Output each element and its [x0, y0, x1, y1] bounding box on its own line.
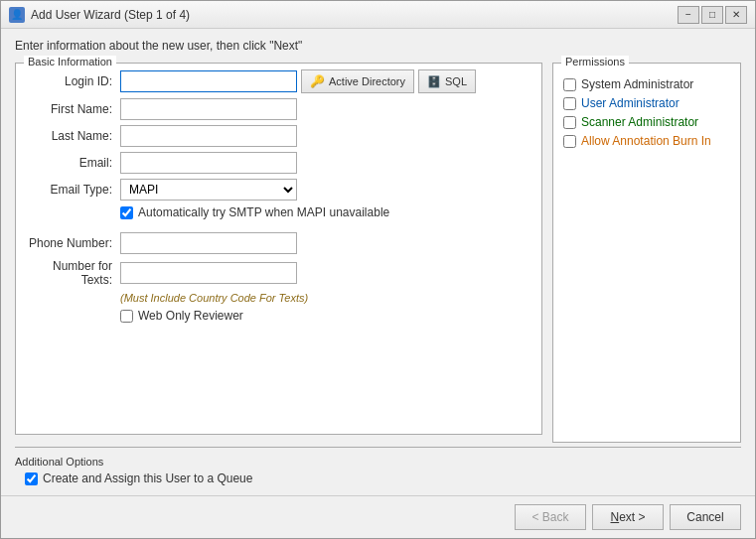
active-directory-label: Active Directory	[329, 75, 405, 87]
login-id-input[interactable]	[120, 70, 297, 92]
perm-annotation-checkbox[interactable]	[563, 135, 576, 148]
perm-annotation-row: Allow Annotation Burn In	[563, 134, 730, 148]
texts-row: Number for Texts:	[26, 259, 531, 287]
perm-system-row: System Administrator	[563, 77, 730, 91]
login-id-row: Login ID: 🔑 Active Directory 🗄️ SQL	[26, 69, 531, 93]
additional-options-label: Additional Options	[15, 456, 741, 468]
email-type-label: Email Type:	[26, 183, 120, 197]
auto-smtp-label: Automatically try SMTP when MAPI unavail…	[138, 205, 389, 219]
additional-options-section: Additional Options Create and Assign thi…	[15, 447, 741, 485]
perm-system-checkbox[interactable]	[563, 78, 576, 91]
email-input[interactable]	[120, 152, 297, 174]
email-type-select[interactable]: MAPI SMTP	[120, 179, 297, 201]
web-only-label: Web Only Reviewer	[138, 309, 243, 323]
texts-label: Number for Texts:	[26, 259, 120, 287]
window-controls: − □ ✕	[678, 6, 747, 24]
create-queue-row: Create and Assign this User to a Queue	[25, 472, 741, 485]
basic-info-label: Basic Information	[24, 56, 116, 67]
login-id-controls: 🔑 Active Directory 🗄️ SQL	[120, 69, 476, 93]
phone-label: Phone Number:	[26, 236, 120, 250]
create-queue-label: Create and Assign this User to a Queue	[43, 472, 252, 485]
basic-info-group: Basic Information Login ID: 🔑 Active Dir…	[15, 63, 542, 435]
main-window: 👤 Add User Wizard (Step 1 of 4) − □ ✕ En…	[0, 0, 756, 539]
perm-scanner-row: Scanner Administrator	[563, 115, 730, 129]
auto-smtp-row: Automatically try SMTP when MAPI unavail…	[120, 205, 531, 219]
web-only-row: Web Only Reviewer	[120, 309, 531, 323]
close-button[interactable]: ✕	[725, 6, 747, 24]
back-button[interactable]: < Back	[515, 504, 586, 530]
last-name-input[interactable]	[120, 125, 297, 147]
left-panel: Basic Information Login ID: 🔑 Active Dir…	[15, 63, 542, 443]
perm-scanner-label: Scanner Administrator	[581, 115, 698, 129]
active-directory-button[interactable]: 🔑 Active Directory	[301, 69, 414, 93]
content-area: Enter information about the new user, th…	[1, 29, 755, 495]
texts-input[interactable]	[120, 262, 297, 284]
cancel-button[interactable]: Cancel	[670, 504, 741, 530]
perm-user-admin-row: User Administrator	[563, 96, 730, 110]
window-title: Add User Wizard (Step 1 of 4)	[31, 8, 678, 22]
login-id-label: Login ID:	[26, 74, 120, 88]
sql-button[interactable]: 🗄️ SQL	[418, 69, 476, 93]
permissions-group: Permissions System Administrator User Ad…	[552, 63, 741, 443]
perm-annotation-label: Allow Annotation Burn In	[581, 134, 711, 148]
web-only-checkbox[interactable]	[120, 310, 133, 323]
first-name-label: First Name:	[26, 102, 120, 116]
last-name-label: Last Name:	[26, 129, 120, 143]
perm-user-admin-label: User Administrator	[581, 96, 680, 110]
auto-smtp-checkbox[interactable]	[120, 206, 133, 219]
first-name-row: First Name:	[26, 98, 531, 120]
window-icon: 👤	[9, 7, 25, 23]
perm-system-label: System Administrator	[581, 77, 693, 91]
first-name-input[interactable]	[120, 98, 297, 120]
phone-input[interactable]	[120, 232, 297, 254]
perm-scanner-checkbox[interactable]	[563, 116, 576, 129]
main-panels: Basic Information Login ID: 🔑 Active Dir…	[15, 63, 741, 443]
permissions-label: Permissions	[561, 56, 629, 67]
country-code-note: (Must Include Country Code For Texts)	[120, 292, 531, 304]
phone-row: Phone Number:	[26, 232, 531, 254]
sql-label: SQL	[445, 75, 467, 87]
email-label: Email:	[26, 156, 120, 170]
instruction-text: Enter information about the new user, th…	[15, 39, 741, 53]
email-row: Email:	[26, 152, 531, 174]
minimize-button[interactable]: −	[678, 6, 699, 24]
back-label: < Back	[531, 510, 568, 524]
next-button[interactable]: Next >	[592, 504, 664, 530]
create-queue-checkbox[interactable]	[25, 472, 38, 485]
perm-user-admin-checkbox[interactable]	[563, 97, 576, 110]
right-panel: Permissions System Administrator User Ad…	[552, 63, 741, 443]
cancel-label: Cancel	[686, 510, 723, 524]
db-icon: 🗄️	[427, 75, 441, 88]
key-icon: 🔑	[310, 74, 325, 88]
maximize-button[interactable]: □	[701, 6, 723, 24]
footer: < Back Next > Cancel	[1, 495, 755, 538]
email-type-row: Email Type: MAPI SMTP	[26, 179, 531, 201]
last-name-row: Last Name:	[26, 125, 531, 147]
title-bar: 👤 Add User Wizard (Step 1 of 4) − □ ✕	[1, 1, 755, 29]
